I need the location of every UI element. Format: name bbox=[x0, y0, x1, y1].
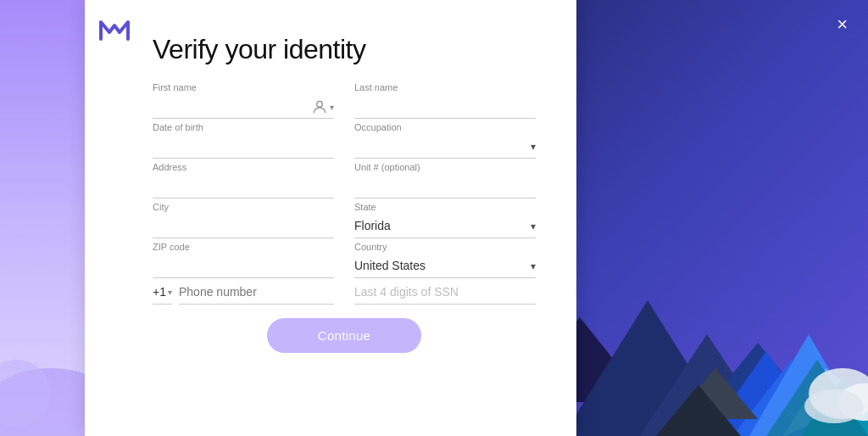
occupation-select[interactable]: Employed Self-employed Student Retired O… bbox=[354, 136, 536, 158]
address-label: Address bbox=[153, 162, 334, 172]
phone-prefix-value: +1 bbox=[153, 285, 166, 299]
address-group: Address bbox=[153, 162, 334, 198]
svg-point-14 bbox=[804, 389, 864, 423]
zip-group: ZIP code bbox=[153, 242, 334, 278]
zip-input[interactable] bbox=[153, 255, 334, 278]
occupation-label: Occupation bbox=[354, 122, 536, 132]
phone-ssn-row: +1 ▾ bbox=[153, 282, 536, 305]
last-name-group: Last name bbox=[354, 82, 536, 119]
continue-button[interactable]: Continue bbox=[267, 318, 421, 353]
occupation-select-wrapper: Employed Self-employed Student Retired O… bbox=[354, 136, 536, 159]
city-state-row: City State Florida Alabama Alaska Arizon… bbox=[153, 202, 536, 238]
state-select-wrapper: Florida Alabama Alaska Arizona Californi… bbox=[354, 215, 536, 238]
dob-input[interactable] bbox=[153, 136, 334, 159]
dob-label: Date of birth bbox=[153, 122, 334, 132]
first-name-label: First name bbox=[153, 82, 334, 92]
avatar-icon[interactable]: ▾ bbox=[308, 98, 334, 115]
country-select-wrapper: United States Canada United Kingdom Aust… bbox=[354, 255, 536, 278]
first-name-group: First name ▾ bbox=[153, 82, 334, 119]
dob-group: Date of birth bbox=[153, 122, 334, 159]
state-group: State Florida Alabama Alaska Arizona Cal… bbox=[354, 202, 536, 238]
unit-input[interactable] bbox=[354, 176, 536, 198]
city-label: City bbox=[153, 202, 334, 212]
form-card: Verify your identity First name ▾ Last n… bbox=[85, 0, 576, 436]
country-group: Country United States Canada United King… bbox=[354, 242, 536, 278]
phone-input[interactable] bbox=[179, 282, 334, 304]
phone-prefix-chevron-icon: ▾ bbox=[168, 288, 172, 297]
last-name-label: Last name bbox=[354, 82, 536, 92]
zip-country-row: ZIP code Country United States Canada Un… bbox=[153, 242, 536, 278]
address-row: Address Unit # (optional) bbox=[153, 162, 536, 198]
address-input[interactable] bbox=[153, 176, 334, 198]
first-name-input[interactable] bbox=[153, 96, 308, 118]
state-select[interactable]: Florida Alabama Alaska Arizona Californi… bbox=[354, 215, 536, 238]
country-label: Country bbox=[354, 242, 536, 252]
city-input[interactable] bbox=[153, 215, 334, 238]
dob-occupation-row: Date of birth Occupation Employed Self-e… bbox=[153, 122, 536, 159]
page-title: Verify your identity bbox=[153, 34, 536, 65]
unit-label: Unit # (optional) bbox=[354, 162, 536, 172]
unit-group: Unit # (optional) bbox=[354, 162, 536, 198]
city-group: City bbox=[153, 202, 334, 238]
name-row: First name ▾ Last name bbox=[153, 82, 536, 119]
close-button[interactable]: × bbox=[837, 14, 848, 36]
ssn-group bbox=[354, 282, 536, 305]
state-label: State bbox=[354, 202, 536, 212]
zip-label: ZIP code bbox=[153, 242, 334, 252]
first-name-wrapper: ▾ bbox=[153, 96, 334, 119]
phone-group: +1 ▾ bbox=[153, 282, 334, 305]
phone-prefix[interactable]: +1 ▾ bbox=[153, 282, 172, 305]
avatar-dropdown-icon: ▾ bbox=[330, 103, 334, 112]
occupation-group: Occupation Employed Self-employed Studen… bbox=[354, 122, 536, 159]
country-select[interactable]: United States Canada United Kingdom Aust… bbox=[354, 255, 536, 277]
svg-point-17 bbox=[317, 101, 323, 107]
logo bbox=[97, 15, 131, 46]
last-name-input[interactable] bbox=[354, 96, 536, 119]
ssn-input[interactable] bbox=[354, 282, 536, 305]
